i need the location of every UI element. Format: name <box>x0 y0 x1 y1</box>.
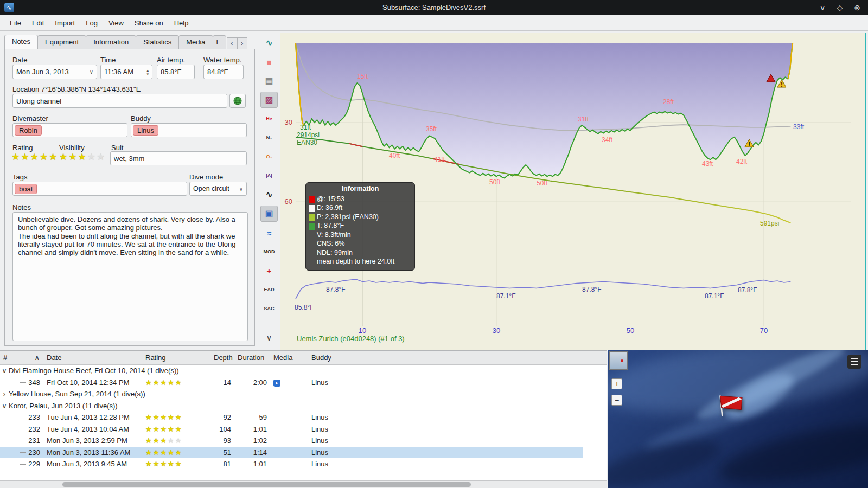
toggle-ead-icon[interactable]: EAD <box>260 281 278 298</box>
map-globe-button[interactable] <box>229 94 246 108</box>
toggle-dc-ceiling-icon[interactable]: ■ <box>260 54 278 70</box>
shade-button[interactable]: ∨ <box>817 2 828 13</box>
air-temp-field[interactable]: 85.8°F <box>157 65 195 79</box>
toggle-dive-mode-icon[interactable]: ∿ <box>260 35 278 51</box>
menu-edit[interactable]: Edit <box>27 16 49 30</box>
menu-share-on[interactable]: Share on <box>129 16 169 30</box>
close-button[interactable]: ⊗ <box>852 2 863 13</box>
dive-rating-stars[interactable]: ★★★★★ <box>145 425 182 433</box>
visibility-stars[interactable]: ★★★★★ <box>59 151 106 163</box>
date-combobox[interactable]: Mon Jun 3, 2013 ∨ <box>12 65 97 79</box>
tab-media[interactable]: Media <box>178 35 213 49</box>
map-menu-button[interactable] <box>847 355 861 369</box>
dive-rating-stars[interactable]: ★★★★★ <box>145 413 182 421</box>
toggle-tissues-icon[interactable]: ≈ <box>260 224 278 241</box>
dive-row[interactable]: 230Mon Jun 3, 2013 11:36 AM★★★★★511:14Li… <box>0 447 583 459</box>
trip-row[interactable]: ∨Koror, Palau, Jun 2013 (11 dive(s)) <box>0 400 583 412</box>
dive-list: #∧DateRatingDepthDurationMediaBuddy ∨Div… <box>0 350 607 480</box>
chevron-down-icon[interactable]: ∨ <box>0 402 9 410</box>
tag-chip[interactable]: boat <box>15 184 37 194</box>
dive-row[interactable]: 232Tue Jun 4, 2013 10:04 AM★★★★★1041:01L… <box>0 423 583 435</box>
star-icon: ★ <box>160 436 168 445</box>
map-panel[interactable]: + − <box>608 350 868 488</box>
toggle-pp-o2-icon[interactable]: O₂ <box>260 149 278 165</box>
infobox-line: V: 8.3ft/min <box>317 230 410 240</box>
menu-log[interactable]: Log <box>80 16 103 30</box>
toggle-pp-he-icon[interactable]: He <box>260 111 278 127</box>
tab-statistics[interactable]: Statistics <box>136 35 179 49</box>
zoom-out-button[interactable]: − <box>611 395 622 406</box>
menu-view[interactable]: View <box>103 16 129 30</box>
menu-file[interactable]: File <box>4 16 27 30</box>
dive-flag-marker[interactable] <box>717 390 749 421</box>
star-icon: ★ <box>153 425 161 433</box>
divemaster-field[interactable]: Robin <box>12 123 127 137</box>
column-header-media[interactable]: Media <box>270 351 308 365</box>
tab-scroll-right-icon[interactable]: › <box>237 37 247 49</box>
dive-row[interactable]: 348Fri Oct 10, 2014 12:34 PM★★★★★142:00▸… <box>0 377 583 389</box>
tab-notes[interactable]: Notes <box>4 35 38 49</box>
column-header-duration[interactable]: Duration <box>234 351 270 365</box>
toggle-pp-n2-icon[interactable]: N₂ <box>260 130 278 146</box>
media-photo-icon[interactable]: ▸ <box>273 380 280 387</box>
water-temp-field[interactable]: 84.8°F <box>203 65 244 79</box>
buddy-chip[interactable]: Linus <box>133 125 158 136</box>
rating-stars[interactable]: ★★★★★ <box>11 151 58 163</box>
toggle-ceiling-3m-icon[interactable]: ▨ <box>260 92 278 108</box>
dive-depth: 51 <box>210 448 234 457</box>
dive-number: 232 <box>0 425 43 433</box>
star-icon: ★ <box>168 460 175 468</box>
tab-e[interactable]: E <box>213 35 226 49</box>
horizontal-scrollbar[interactable] <box>0 480 607 488</box>
trip-row[interactable]: ›Yellow House, Sun Sep 21, 2014 (1 dive(… <box>0 388 583 400</box>
map-overview-inset[interactable] <box>609 351 628 370</box>
chevron-right-icon[interactable]: › <box>0 390 9 398</box>
chevron-down-icon[interactable]: ∨ <box>0 367 9 375</box>
tags-label: Tags <box>12 173 27 181</box>
air-temp-label: Air temp. <box>157 56 185 64</box>
menu-help[interactable]: Help <box>169 16 194 30</box>
column-header-date[interactable]: Date <box>43 351 142 365</box>
toggle-sac-icon[interactable]: SAC <box>260 300 278 317</box>
notes-textarea[interactable]: Unbelievable dive. Dozens and dozens of … <box>12 212 248 341</box>
dive-rating-stars[interactable]: ★★★★★ <box>145 460 182 468</box>
tab-scroll-left-icon[interactable]: ‹ <box>227 37 237 49</box>
scrollbar-thumb[interactable] <box>62 482 471 487</box>
toggle-heartrate-icon[interactable]: ∿ <box>260 187 278 203</box>
rating-stars-value[interactable]: ★★★★★ <box>11 153 58 162</box>
tab-information[interactable]: Information <box>86 35 136 49</box>
dive-rating-stars[interactable]: ★★★★★ <box>145 436 182 445</box>
toggle-calc-ceiling-icon[interactable]: ▤ <box>260 73 278 89</box>
infobox-swatch <box>309 214 315 221</box>
dive-rating-stars[interactable]: ★★★★★ <box>145 448 182 457</box>
toggle-mod-icon[interactable]: MOD <box>260 243 278 260</box>
tags-field[interactable]: boat <box>12 182 187 196</box>
scroll-down-icon[interactable]: ∨ <box>260 330 278 346</box>
column-header-rating[interactable]: Rating <box>142 351 210 365</box>
toggle-deco-icon[interactable]: + <box>260 262 278 279</box>
dive-row[interactable]: 231Mon Jun 3, 2013 2:59 PM★★★★★931:02Lin… <box>0 435 583 447</box>
toggle-gas-window-icon[interactable]: |Δ| <box>260 168 278 184</box>
buddy-field[interactable]: Linus <box>131 123 247 137</box>
divemaster-chip[interactable]: Robin <box>15 125 42 136</box>
trip-row[interactable]: ∨Divi Flamingo House Reef, Fri Oct 10, 2… <box>0 365 583 377</box>
dive-rating-stars[interactable]: ★★★★★ <box>145 378 182 387</box>
zoom-in-button[interactable]: + <box>611 378 622 389</box>
column-header-buddy[interactable]: Buddy <box>308 351 607 365</box>
dive-mode-combobox[interactable]: Open circuit ∨ <box>189 182 247 196</box>
tab-equipment[interactable]: Equipment <box>37 35 86 49</box>
spinner-icons[interactable]: ▴▾ <box>144 68 149 76</box>
location-field[interactable]: Ulong channel <box>12 94 227 108</box>
column-header-num[interactable]: #∧ <box>0 351 43 365</box>
menu-import[interactable]: Import <box>49 16 80 30</box>
dive-row[interactable]: 233Tue Jun 4, 2013 12:28 PM★★★★★9259Linu… <box>0 412 583 423</box>
maximize-button[interactable]: ◇ <box>834 2 845 13</box>
inset-location-dot <box>621 359 623 362</box>
time-spinbox[interactable]: 11:36 AM ▴▾ <box>100 65 152 79</box>
chart-label: 33ft <box>793 123 805 131</box>
column-header-depth[interactable]: Depth <box>210 351 234 365</box>
dive-row[interactable]: 229Mon Jun 3, 2013 9:45 AM★★★★★811:01Lin… <box>0 458 583 470</box>
suit-field[interactable]: wet, 3mm <box>110 151 247 165</box>
visibility-stars-value[interactable]: ★★★★★ <box>59 153 106 162</box>
toggle-photos-icon[interactable]: ▣ <box>260 206 278 222</box>
